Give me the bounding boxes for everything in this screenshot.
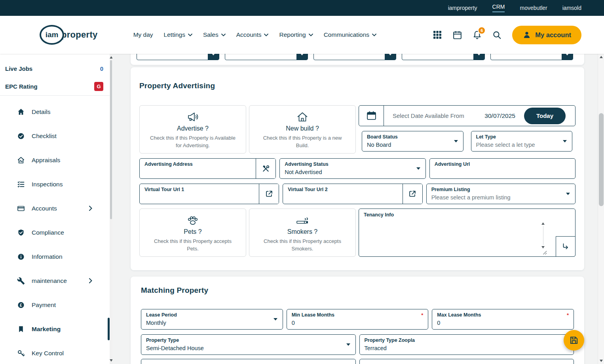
section-title: Property Advertising [139,82,576,90]
tenancy-info-label: Tenancy Info [364,212,394,218]
tenancy-info-textarea[interactable]: Tenancy Info [359,209,576,257]
topbar-link-iamproperty[interactable]: iamproperty [448,5,477,11]
nav-accounts[interactable]: Accounts [236,31,269,38]
cutoff-bottom-field[interactable] [359,359,574,364]
advertise-tile-label: Advertise ? [177,125,209,132]
external-link-icon [265,190,274,198]
header-icons: 6 [432,30,502,40]
my-account-button[interactable]: My account [512,26,581,44]
live-jobs-count: 0 [100,65,103,72]
scroll-up-arrow[interactable] [110,56,112,59]
let-type-select[interactable]: Let Type Please select a let type [471,131,573,152]
live-jobs-row[interactable]: Live Jobs 0 [0,59,110,78]
save-button[interactable] [564,330,584,351]
topbar-link-crm[interactable]: CRM [492,4,505,12]
sidebar: Live Jobs 0 EPC Rating G Details Checkli… [0,54,110,364]
sidebar-item-key-control[interactable]: Key Control [0,341,110,364]
textarea-scrollbar[interactable] [540,222,546,248]
person-icon [522,30,531,39]
scroll-down-arrow[interactable] [598,360,604,362]
sidebar-item-accounts[interactable]: Accounts [0,196,110,220]
logo-iam-circle: iam [40,25,64,45]
pets-checkbox-tile[interactable]: Pets ? Check this if this Property accep… [139,209,246,257]
main-scrollbar-thumb[interactable] [599,113,604,206]
chevron-down-icon [346,343,350,346]
scroll-up-arrow[interactable] [541,222,545,225]
sidebar-item-label: Payment [32,301,56,309]
sidebar-item-label: Marketing [32,326,61,333]
apps-grid-icon[interactable] [432,30,443,40]
max-lease-months-input[interactable]: Max Lease Months * 0 [432,309,574,330]
calendar-picker-button[interactable] [359,106,384,126]
pound-circle-icon: £ [17,301,25,309]
sidebar-item-appraisals[interactable]: Appraisals [0,148,110,172]
open-virtual-tour-1-button[interactable] [259,184,279,204]
sidebar-item-label: Inspections [32,181,63,188]
nav-lettings[interactable]: Lettings [164,31,192,38]
content-area: Live Jobs 0 EPC Rating G Details Checkli… [0,54,604,364]
advertising-status-select[interactable]: Advertising Status Not Advertised [279,158,425,179]
board-status-value: No Board [367,142,458,148]
scroll-down-arrow[interactable] [110,359,112,362]
board-status-select[interactable]: Board Status No Board [362,131,463,152]
property-type-select[interactable]: Property Type Semi-Detached House [141,334,356,355]
sidebar-item-payment[interactable]: £ Payment [0,293,110,317]
advertising-status-value: Not Advertised [285,169,420,175]
virtual-tour-url-1-input[interactable]: Virtual Tour Url 1 [140,184,259,204]
sidebar-item-marketing[interactable]: Marketing [0,317,110,341]
premium-listing-select[interactable]: Premium Listing Please select a premium … [426,184,576,204]
property-type-label: Property Type [146,337,179,344]
edit-address-button[interactable] [256,159,275,178]
scroll-up-arrow[interactable] [598,56,604,58]
open-virtual-tour-2-button[interactable] [403,184,422,204]
sidebar-item-compliance[interactable]: Compliance [0,220,110,245]
smokers-checkbox-tile[interactable]: Smokers ? Check this if this Property ac… [249,209,356,257]
new-build-checkbox-tile[interactable]: New build ? Check this if this Property … [249,105,356,154]
expand-tenancy-info-button[interactable] [556,236,576,257]
max-lease-months-label: Max Lease Months [437,312,481,318]
iamproperty-logo[interactable]: iam property [40,25,98,45]
sidebar-item-inspections[interactable]: Inspections [0,172,110,196]
notifications-bell-icon[interactable]: 6 [472,30,482,40]
search-icon[interactable] [492,30,502,40]
topbar-link-iamsold[interactable]: iamsold [562,5,581,11]
epc-rating-row[interactable]: EPC Rating G [0,78,110,96]
today-button[interactable]: Today [524,108,566,124]
nav-reporting[interactable]: Reporting [279,31,313,38]
sidebar-scrollbar[interactable] [110,54,112,364]
date-available-field: Select Date Available From 30/07/2025 To… [359,105,576,126]
advertising-url-input[interactable]: Advertising Url [429,158,576,179]
sidebar-item-checklist[interactable]: Checklist [0,124,110,148]
nav-label: Reporting [279,31,306,38]
sidebar-item-details[interactable]: Details [0,100,110,124]
sidebar-scrollbar-thumb[interactable] [110,60,112,219]
tools-icon [261,164,270,173]
sidebar-item-maintenance[interactable]: maintenance [0,269,110,293]
min-lease-months-input[interactable]: Min Lease Months * 0 [287,309,429,330]
main-scrollbar[interactable] [598,54,604,364]
nav-sales[interactable]: Sales [203,31,226,38]
advertising-address-input[interactable]: Advertising Address [140,159,256,178]
check-circle-icon [17,132,25,140]
property-type-zoopla-select[interactable]: Property Type Zoopla Terraced [359,334,574,355]
chevron-down-icon [454,140,458,142]
resize-handle[interactable] [542,250,547,254]
advertise-checkbox-tile[interactable]: Advertise ? Check this if this Property … [139,105,246,154]
scroll-down-arrow[interactable] [541,246,545,248]
nav-my-day[interactable]: My day [133,31,153,38]
lease-period-select[interactable]: Lease Period Monthly [141,309,283,330]
info-icon [17,253,25,261]
house-valuation-icon [17,156,25,164]
nav-label: Lettings [164,31,185,38]
chevron-down-icon [372,34,376,36]
calendar-icon[interactable] [452,30,462,40]
sidebar-item-information[interactable]: Information [0,245,110,269]
chevron-down-icon [264,34,268,36]
cutoff-bottom-field[interactable] [141,359,356,364]
topbar-link-movebutler[interactable]: movebutler [520,5,547,11]
nav-communications[interactable]: Communications [324,31,376,38]
virtual-tour-url-2-input[interactable]: Virtual Tour Url 2 [283,184,402,204]
date-available-value[interactable]: 30/07/2025 [484,112,515,119]
let-type-label: Let Type [476,134,496,140]
save-floppy-icon [569,335,579,345]
